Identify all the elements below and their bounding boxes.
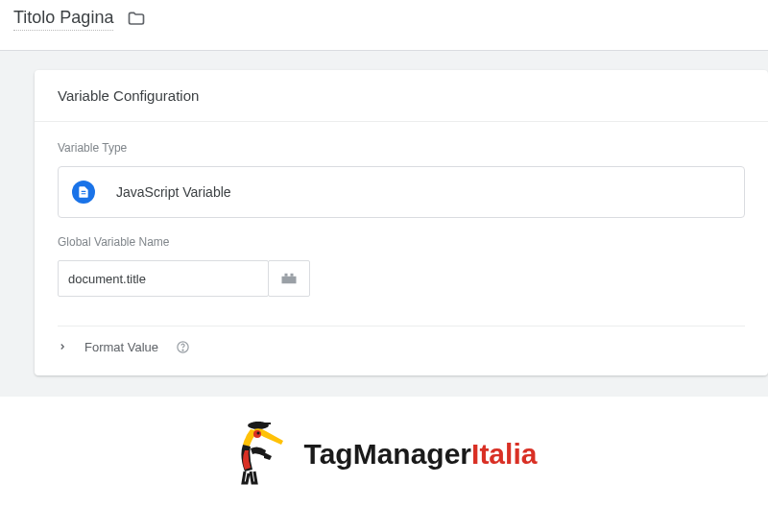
variable-type-name: JavaScript Variable: [116, 184, 231, 200]
svg-rect-0: [282, 277, 297, 284]
global-varname-section: Global Variable Name: [35, 230, 768, 308]
svg-rect-7: [263, 423, 271, 424]
page-title[interactable]: Titolo Pagina: [13, 8, 113, 31]
svg-rect-1: [285, 274, 288, 277]
global-varname-input[interactable]: [68, 272, 258, 286]
global-varname-label: Global Variable Name: [58, 235, 745, 249]
global-varname-row: [58, 260, 745, 297]
svg-rect-2: [291, 274, 294, 277]
logo-text-part1: TagManager: [304, 438, 471, 470]
folder-icon[interactable]: [127, 10, 146, 29]
insert-variable-button[interactable]: [268, 260, 310, 297]
chevron-right-icon: [58, 340, 67, 354]
woodpecker-icon: [231, 418, 299, 490]
logo-text-part2: Italia: [471, 438, 537, 470]
global-varname-input-wrapper: [58, 260, 269, 297]
card-header: Variable Configuration: [35, 70, 768, 122]
canvas-area: Variable Configuration Variable Type Jav…: [0, 51, 768, 397]
variable-type-label: Variable Type: [58, 141, 745, 155]
format-value-row[interactable]: Format Value: [35, 326, 768, 368]
format-value-label: Format Value: [84, 340, 158, 354]
logo-text: TagManagerItalia: [304, 438, 538, 471]
page-header: Titolo Pagina: [0, 0, 768, 35]
document-icon: [72, 181, 95, 204]
svg-rect-6: [255, 422, 261, 426]
brand-logo: TagManagerItalia: [0, 397, 768, 511]
variable-type-section: Variable Type JavaScript Variable: [35, 122, 768, 230]
help-icon[interactable]: [176, 340, 190, 354]
variable-type-selector[interactable]: JavaScript Variable: [58, 166, 745, 218]
svg-point-4: [182, 350, 183, 351]
svg-point-9: [256, 432, 259, 435]
variable-config-card: Variable Configuration Variable Type Jav…: [35, 70, 768, 375]
